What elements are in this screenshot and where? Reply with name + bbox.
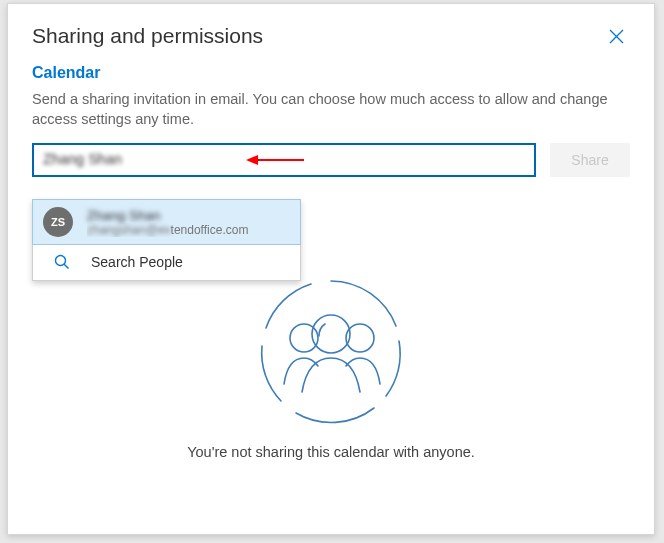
calendar-subtitle: Calendar — [8, 56, 654, 84]
suggestion-name: Zhang Shan — [87, 208, 248, 223]
svg-line-5 — [64, 264, 68, 268]
suggestion-item[interactable]: ZS Zhang Shan zhangshan@extendoffice.com — [32, 199, 301, 245]
search-people-item[interactable]: Search People — [33, 244, 300, 280]
suggestion-text: Zhang Shan zhangshan@extendoffice.com — [87, 208, 248, 237]
search-people-label: Search People — [91, 254, 183, 270]
close-icon — [609, 29, 624, 44]
recipient-input[interactable] — [32, 143, 536, 177]
close-button[interactable] — [602, 22, 630, 50]
empty-state-message: You're not sharing this calendar with an… — [187, 444, 475, 460]
svg-point-6 — [290, 324, 318, 352]
people-illustration-icon — [256, 276, 406, 426]
share-button[interactable]: Share — [550, 143, 630, 177]
panel-title: Sharing and permissions — [32, 24, 263, 48]
search-icon — [47, 254, 77, 270]
sharing-permissions-panel: Sharing and permissions Calendar Send a … — [7, 3, 655, 535]
empty-state: You're not sharing this calendar with an… — [8, 276, 654, 460]
share-input-row: Zhang Shan Share — [8, 143, 654, 177]
description-text: Send a sharing invitation in email. You … — [8, 84, 654, 143]
avatar: ZS — [43, 207, 73, 237]
header-row: Sharing and permissions — [8, 4, 654, 56]
people-suggestions-dropdown: ZS Zhang Shan zhangshan@extendoffice.com… — [32, 199, 301, 281]
svg-point-4 — [56, 256, 66, 266]
suggestion-email: zhangshan@extendoffice.com — [87, 223, 248, 237]
